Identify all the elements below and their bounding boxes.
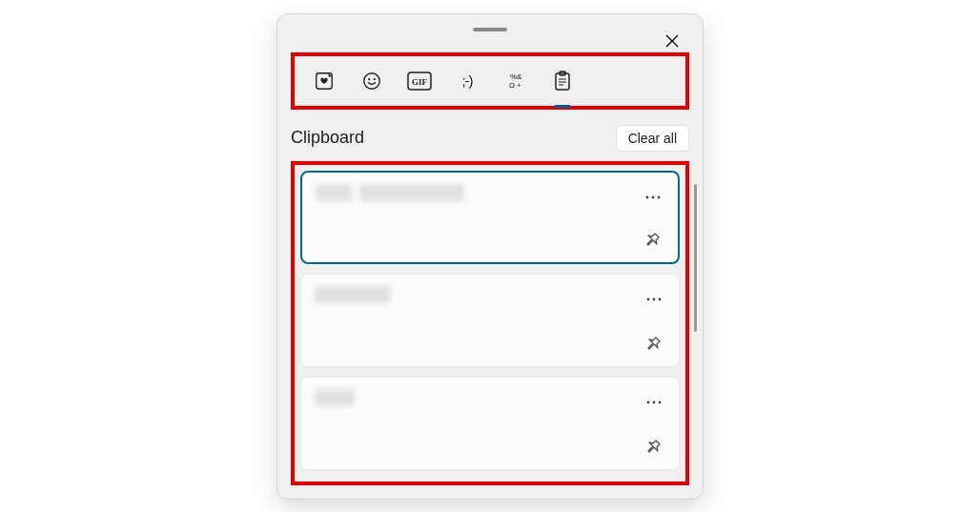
clipboard-item[interactable] (300, 377, 680, 470)
heart-sticker-icon (314, 71, 335, 92)
redacted-text (359, 184, 464, 201)
ellipsis-icon (645, 195, 661, 199)
clipboard-item[interactable] (300, 171, 680, 264)
pin-button[interactable] (642, 228, 664, 251)
emoji-clipboard-panel: GIF ;-) %&Ω+ Clipboard Clear all (276, 13, 704, 500)
pin-button[interactable] (643, 332, 665, 355)
svg-text:GIF: GIF (412, 77, 428, 87)
category-toolbar: GIF ;-) %&Ω+ (295, 62, 685, 100)
gif-icon: GIF (407, 72, 432, 91)
section-title: Clipboard (291, 128, 364, 148)
tab-clipboard[interactable] (539, 62, 586, 100)
drag-handle[interactable] (473, 28, 507, 31)
tab-recent[interactable] (300, 62, 348, 100)
svg-point-3 (374, 78, 376, 80)
clipboard-icon (554, 71, 571, 92)
clipboard-list (295, 165, 685, 481)
pin-icon (645, 232, 661, 247)
close-button[interactable] (659, 28, 685, 54)
scrollbar[interactable] (694, 184, 697, 332)
svg-point-21 (647, 400, 650, 403)
tab-kaomoji[interactable]: ;-) (443, 62, 491, 100)
svg-point-17 (658, 195, 661, 198)
section-header: Clipboard Clear all (277, 121, 703, 157)
svg-point-20 (659, 297, 662, 300)
clipboard-item-content (316, 184, 664, 201)
more-button[interactable] (642, 186, 664, 209)
kaomoji-icon: ;-) (461, 72, 472, 89)
tab-emoji[interactable] (348, 62, 396, 100)
smiley-icon (361, 71, 382, 92)
close-icon (665, 34, 679, 48)
svg-point-19 (653, 297, 656, 300)
redacted-text (315, 389, 355, 406)
pin-button[interactable] (643, 435, 665, 458)
clipboard-item[interactable] (300, 274, 680, 367)
svg-point-22 (653, 400, 656, 403)
svg-text:+: + (517, 81, 521, 90)
pin-icon (646, 336, 662, 351)
symbols-icon: %&Ω+ (505, 72, 524, 91)
items-highlight-box (291, 161, 689, 485)
tab-symbols[interactable]: %&Ω+ (491, 62, 539, 100)
more-button[interactable] (643, 288, 665, 311)
svg-point-23 (659, 400, 662, 403)
clipboard-item-content (315, 286, 665, 303)
ellipsis-icon (646, 400, 662, 404)
redacted-text (315, 286, 391, 303)
toolbar-highlight-box: GIF ;-) %&Ω+ (291, 52, 689, 110)
redacted-text (316, 184, 352, 201)
tab-gif[interactable]: GIF (396, 62, 443, 100)
svg-point-16 (652, 195, 655, 198)
svg-text:Ω: Ω (509, 81, 515, 90)
clear-all-button[interactable]: Clear all (616, 125, 689, 152)
svg-point-18 (647, 297, 650, 300)
more-button[interactable] (643, 391, 665, 414)
svg-text:&: & (517, 72, 522, 81)
clipboard-item-content (315, 389, 665, 406)
svg-point-1 (364, 72, 380, 89)
pin-icon (646, 439, 662, 454)
svg-point-15 (646, 195, 649, 198)
ellipsis-icon (646, 297, 662, 301)
svg-point-2 (368, 78, 370, 80)
